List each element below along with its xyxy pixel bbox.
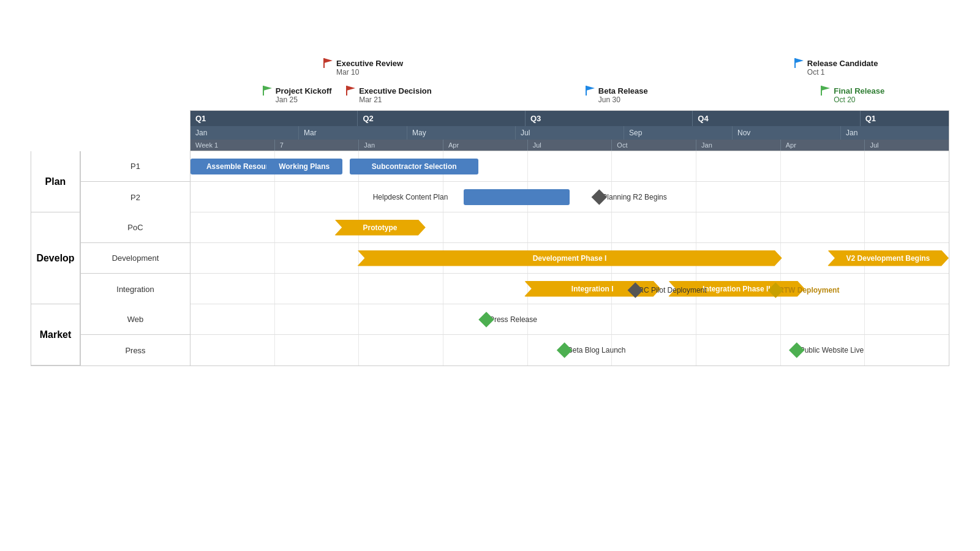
week-cell-1: 7 [275,140,360,151]
quarter-cell-2: Q3 [526,111,693,126]
milestone-label-beta-release: Beta Release [598,86,648,96]
diamond-label: Beta Blog Launch [568,346,626,354]
milestone-label-executive-decision: Executive Decision [359,86,432,96]
gantt-diamond: Beta Blog Launch [559,346,626,354]
group-label-market: Market [31,304,80,365]
diamond-shape [478,312,494,327]
gantt-bar [464,189,570,205]
row-label-web: Web [80,304,190,335]
month-cell-4: Sep [624,126,733,140]
milestone-date-beta-release: Jun 30 [598,96,620,104]
gantt-row-integration: Integration IIntegration Phase IIRC Pilo… [190,274,949,304]
gantt-diamond: Public Website Live [791,346,864,354]
gantt-bar: Prototype [334,220,426,236]
week-cell-8: Jul [865,140,949,151]
milestone-executive-review: Executive ReviewMar 10 [323,58,403,77]
diamond-label: RC Pilot Deployment [638,286,706,294]
week-cell-3: Apr [443,140,528,151]
milestone-date-executive-decision: Mar 21 [359,96,382,104]
gantt-row-poc: Prototype [190,212,949,243]
diamond-shape [789,342,804,358]
gantt-bar: Working Plans [266,159,342,174]
quarter-cell-4: Q1 [861,111,949,126]
row-label-poc: PoC [80,212,190,243]
group-label-plan: Plan [31,151,80,212]
group-label-develop: Develop [31,212,80,304]
milestone-release-candidate: Release CandidateOct 1 [794,58,878,77]
svg-marker-8 [795,58,804,63]
gantt-bar: Helpdesk Content Plan [372,189,448,205]
milestone-beta-release: Beta ReleaseJun 30 [585,86,648,104]
timeline-wrapper: Project KickoffJan 25Executive ReviewMar… [31,43,949,366]
milestone-executive-decision: Executive DecisionMar 21 [345,86,432,104]
month-cell-5: Nov [733,126,841,140]
milestone-label-release-candidate: Release Candidate [807,59,878,68]
row-labels: PlanP1P2DevelopPoCDevelopmentIntegration… [31,151,190,365]
week-cell-6: Jan [696,140,781,151]
row-label-integration: Integration [80,274,190,304]
row-label-p2: P2 [80,182,190,212]
gantt-diamond: Press Release [481,315,537,324]
milestone-label-final-release: Final Release [834,86,884,96]
gantt-diamond: RTW Deployment [770,286,839,294]
gantt-bar: V2 Development Begins [827,250,949,266]
svg-marker-0 [263,86,272,91]
quarter-cell-0: Q1 [190,111,358,126]
month-cell-0: Jan [190,126,299,140]
diamond-shape [592,189,607,204]
milestone-date-release-candidate: Oct 1 [807,68,825,77]
group-wrapper-plan: PlanP1P2 [31,151,190,212]
svg-marker-6 [586,86,595,91]
gantt-body: PlanP1P2DevelopPoCDevelopmentIntegration… [31,151,949,366]
gantt-rows: Assemble ResourcesWorking PlansSubcontra… [190,151,949,365]
month-cell-2: May [407,126,516,140]
milestone-label-executive-review: Executive Review [336,59,403,68]
week-cell-4: Jul [528,140,612,151]
row-label-press: Press [80,335,190,365]
diamond-label: Planning R2 Begins [602,193,666,201]
gantt-diamond: RC Pilot Deployment [630,286,706,294]
week-cell-2: Jan [359,140,443,151]
group-wrapper-develop: DevelopPoCDevelopmentIntegration [31,212,190,304]
timeline-header: Q1Q2Q3Q4Q1 JanMarMayJulSepNovJan Week 17… [190,110,949,151]
gantt-diamond: Planning R2 Begins [594,193,666,201]
gantt-bar: Development Phase I [357,250,782,266]
week-cell-7: Apr [781,140,865,151]
row-label-development: Development [80,243,190,274]
svg-marker-2 [324,58,333,63]
week-cell-0: Week 1 [190,140,275,151]
milestone-final-release: Final ReleaseOct 20 [820,86,884,104]
month-cell-3: Jul [516,126,624,140]
group-wrapper-market: MarketWebPress [31,304,190,365]
gantt-row-press: Beta Blog LaunchPublic Website Live [190,335,949,365]
week-cell-5: Oct [612,140,696,151]
gantt-row-web: Press Release [190,304,949,335]
gantt-row-p1: Assemble ResourcesWorking PlansSubcontra… [190,151,949,182]
quarter-row: Q1Q2Q3Q4Q1 [190,111,949,126]
gantt-bar: Subcontractor Selection [350,159,478,174]
diamond-label: Press Release [489,315,537,324]
diamond-shape [557,342,572,358]
svg-marker-4 [347,86,355,91]
diamond-label: Public Website Live [800,346,864,354]
month-cell-1: Mar [299,126,407,140]
diamond-label: RTW Deployment [778,286,839,294]
quarter-cell-1: Q2 [358,111,525,126]
milestone-date-executive-review: Mar 10 [336,68,359,77]
milestone-date-final-release: Oct 20 [834,96,855,104]
quarter-cell-3: Q4 [693,111,860,126]
month-row: JanMarMayJulSepNovJan [190,126,949,140]
milestone-project-kickoff: Project KickoffJan 25 [262,86,332,104]
row-label-p1: P1 [80,151,190,182]
milestones-area: Project KickoffJan 25Executive ReviewMar… [190,43,949,110]
month-cell-6: Jan [841,126,949,140]
milestone-date-project-kickoff: Jan 25 [276,96,298,104]
milestone-label-project-kickoff: Project Kickoff [276,86,332,96]
gantt-row-p2: Helpdesk Content PlanPlanning R2 Begins [190,182,949,212]
svg-marker-10 [821,86,830,91]
week-row: Week 17JanAprJulOctJanAprJul [190,140,949,151]
gantt-row-development: Development Phase IV2 Development Begins [190,243,949,274]
